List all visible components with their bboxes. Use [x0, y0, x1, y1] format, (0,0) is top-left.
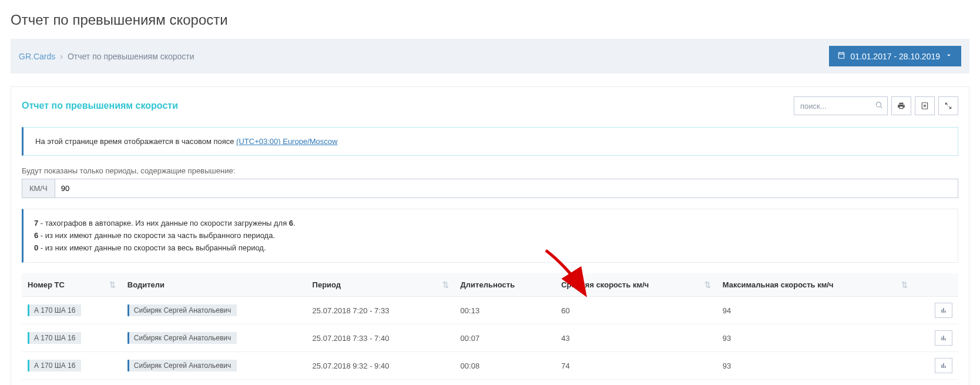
stats-line-1-end: . [293, 219, 296, 227]
svg-point-0 [876, 102, 881, 107]
vehicle-tag[interactable]: А 170 ША 16 [28, 304, 81, 316]
col-duration[interactable]: Длительность [455, 273, 556, 297]
cell-avg-speed: 74 [555, 352, 717, 380]
stats-line-2: 6 - из них имеют данные по скорости за ч… [34, 230, 947, 242]
speed-threshold-input[interactable] [55, 179, 958, 197]
cell-period: 25.07.2018 9:32 - 9:40 [307, 352, 455, 380]
breadcrumb-current: Отчет по превышениям скорости [68, 52, 194, 61]
excel-export-button[interactable] [915, 96, 935, 115]
filter-unit: км/ч [22, 179, 55, 197]
cell-avg-speed: 43 [555, 380, 717, 385]
breadcrumb: GR.Cards › Отчет по превышениям скорости [19, 52, 194, 61]
chart-button[interactable] [935, 358, 952, 373]
col-period-label: Период [313, 280, 341, 289]
cell-duration: 00:07 [455, 324, 556, 352]
sort-icon: ⇅ [901, 280, 908, 289]
driver-tag[interactable]: Сибиряк Сергей Анатольевич [127, 360, 237, 371]
cell-duration: 00:02 [455, 380, 556, 385]
driver-tag[interactable]: Сибиряк Сергей Анатольевич [127, 304, 237, 316]
stats-line-1-mid: - тахографов в автопарке. Из них данные … [38, 219, 289, 227]
sort-icon: ⇅ [704, 280, 711, 289]
page-title: Отчет по превышениям скорости [11, 12, 969, 28]
tacho-with-data: 6 [289, 219, 293, 227]
driver-tag[interactable]: Сибиряк Сергей Анатольевич [127, 332, 237, 344]
date-range-picker[interactable]: 01.01.2017 - 28.10.2019 [829, 46, 961, 66]
col-max-label: Максимальная скорость км/ч [723, 280, 834, 289]
cell-max-speed: 91 [717, 380, 914, 385]
search-input[interactable] [794, 96, 888, 115]
alert-text: На этой странице время отображается в ча… [35, 137, 236, 146]
chart-button[interactable] [935, 303, 952, 318]
card-title: Отчет по превышениям скорости [22, 101, 178, 111]
speed-threshold-filter: км/ч [22, 179, 958, 198]
stats-line-3: 0 - из них имеют данные по скорости за в… [34, 242, 947, 255]
col-drivers[interactable]: Водители [122, 273, 307, 297]
col-max-speed[interactable]: Максимальная скорость км/ч⇅ [717, 273, 914, 297]
col-actions [914, 273, 958, 297]
svg-line-1 [881, 106, 882, 108]
stats-line-3-end: - из них имеют данные по скорости за вес… [38, 243, 266, 252]
breadcrumb-root[interactable]: GR.Cards [19, 52, 55, 61]
vehicle-tag[interactable]: А 170 ША 16 [28, 360, 81, 371]
table-row: А 170 ША 16Сибиряк Сергей Анатольевич02.… [22, 380, 958, 385]
chevron-down-icon [945, 51, 953, 61]
col-avg-label: Средняя скорость км/ч [561, 280, 649, 289]
date-range-label: 01.01.2017 - 28.10.2019 [850, 52, 940, 61]
filter-label: Будут показаны только периоды, содержащи… [22, 166, 958, 175]
stats-summary: 7 - тахографов в автопарке. Из них данны… [22, 209, 958, 263]
breadcrumb-bar: GR.Cards › Отчет по превышениям скорости… [11, 39, 969, 73]
col-vehicle[interactable]: Номер ТС⇅ [22, 273, 122, 297]
cell-period: 25.07.2018 7:20 - 7:33 [307, 297, 455, 324]
chart-button[interactable] [935, 330, 952, 346]
cell-period: 25.07.2018 7:33 - 7:40 [307, 324, 455, 352]
sort-icon: ⇅ [109, 280, 116, 289]
cell-max-speed: 93 [717, 324, 914, 352]
vehicle-tag[interactable]: А 170 ША 16 [28, 332, 81, 344]
breadcrumb-sep: › [60, 52, 63, 61]
violations-table: Номер ТС⇅ Водители Период⇅ Длительность … [22, 273, 958, 385]
search-box [794, 96, 888, 115]
fullscreen-button[interactable] [938, 96, 958, 115]
stats-line-2-end: - из них имеют данные по скорости за час… [38, 231, 275, 240]
table-row: А 170 ША 16Сибиряк Сергей Анатольевич25.… [22, 352, 958, 380]
col-avg-speed[interactable]: Средняя скорость км/ч⇅ [555, 273, 717, 297]
col-duration-label: Длительность [461, 280, 515, 289]
col-period[interactable]: Период⇅ [307, 273, 455, 297]
col-vehicle-label: Номер ТС [28, 280, 65, 289]
sort-icon: ⇅ [442, 280, 449, 289]
cell-avg-speed: 43 [555, 324, 717, 352]
cell-period: 02.08.2018 13:57 - 13:59 [307, 380, 455, 385]
cell-duration: 00:13 [455, 297, 556, 324]
search-icon[interactable] [875, 101, 883, 111]
cell-duration: 00:08 [455, 352, 556, 380]
table-row: А 170 ША 16Сибиряк Сергей Анатольевич25.… [22, 324, 958, 352]
timezone-alert: На этой странице время отображается в ча… [22, 127, 958, 156]
table-row: А 170 ША 16Сибиряк Сергей Анатольевич25.… [22, 297, 958, 324]
cell-avg-speed: 60 [555, 297, 717, 324]
col-drivers-label: Водители [127, 280, 165, 289]
cell-max-speed: 93 [717, 352, 914, 380]
timezone-link[interactable]: (UTC+03:00) Europe/Moscow [236, 137, 337, 146]
stats-line-1: 7 - тахографов в автопарке. Из них данны… [34, 217, 947, 230]
calendar-icon [837, 51, 845, 61]
report-card: Отчет по превышениям скорости [11, 86, 969, 385]
cell-max-speed: 94 [717, 297, 914, 324]
print-button[interactable] [891, 96, 911, 115]
